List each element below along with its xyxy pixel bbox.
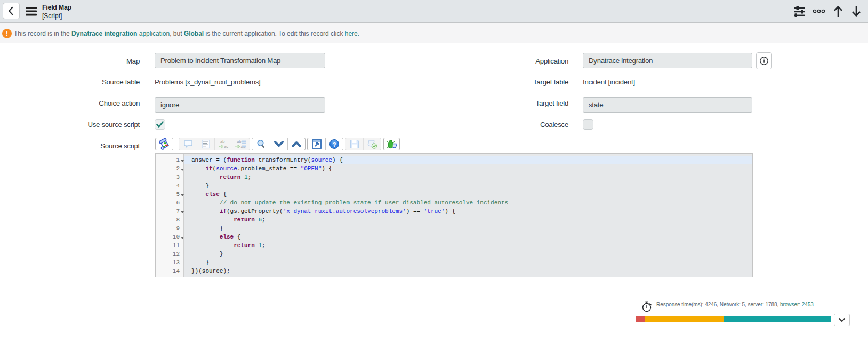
svg-text:ab: ab	[220, 139, 224, 144]
svg-text:?: ?	[333, 141, 336, 148]
svg-text:ab: ab	[237, 139, 241, 144]
svg-text:ac: ac	[224, 144, 228, 149]
